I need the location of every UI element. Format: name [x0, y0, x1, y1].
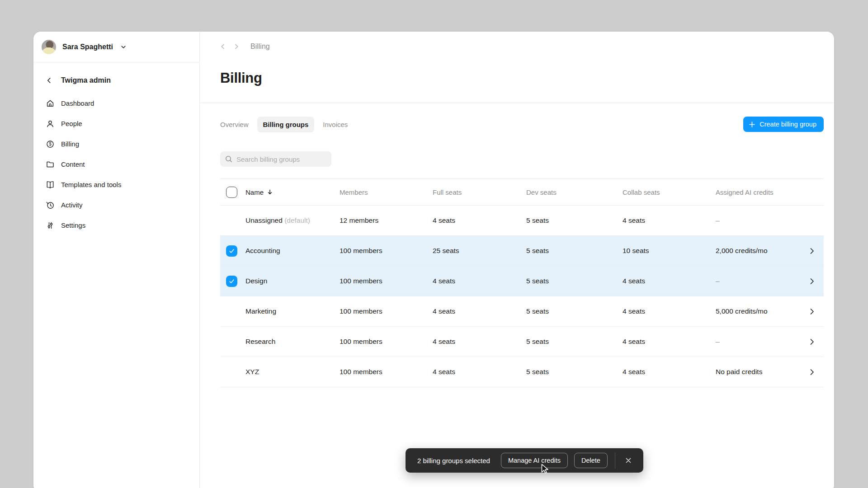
sidebar-item-content[interactable]: Content: [33, 154, 199, 174]
column-header-members[interactable]: Members: [340, 188, 433, 196]
sidebar-item-people[interactable]: People: [33, 113, 199, 134]
toast-divider: [615, 452, 615, 469]
cell-members: 100 members: [340, 338, 433, 346]
row-checkbox[interactable]: [226, 245, 237, 257]
toast-message: 2 billing groups selected: [417, 457, 490, 465]
chevron-left-icon: [219, 42, 227, 51]
table-row-research[interactable]: Research100 members4 seats5 seats4 seats…: [220, 327, 824, 357]
sidebar-item-templates-and-tools[interactable]: Templates and tools: [33, 174, 199, 195]
search-input[interactable]: [236, 155, 327, 163]
breadcrumb-forward-button[interactable]: [230, 40, 243, 53]
chevron-right-icon: [800, 247, 824, 255]
page-header: Billing: [200, 61, 834, 103]
cell-members: 100 members: [340, 247, 433, 255]
cell-dev-seats: 5 seats: [526, 338, 623, 346]
user-menu[interactable]: Sara Spaghetti: [33, 32, 199, 62]
cell-name: Research: [245, 338, 340, 346]
workspace-header: Twigma admin: [46, 72, 199, 89]
cell-members: 12 members: [340, 216, 433, 225]
group-name: Unassigned: [245, 216, 283, 224]
sliders-icon: [45, 221, 55, 230]
column-header-dev-seats[interactable]: Dev seats: [526, 188, 623, 196]
admin-console-window: Sara Spaghetti Twigma admin DashboardPeo…: [33, 32, 834, 488]
cell-name: Design: [245, 277, 340, 285]
cell-collab-seats: 4 seats: [623, 216, 716, 225]
group-name: Research: [245, 338, 275, 345]
create-billing-group-button[interactable]: Create billing group: [743, 117, 824, 132]
select-all-checkbox[interactable]: [226, 187, 237, 198]
sidebar-item-label: Billing: [61, 140, 79, 148]
cell-assigned-ai-credits: 2,000 credits/mo: [716, 247, 800, 255]
page-title: Billing: [220, 70, 814, 86]
cell-assigned-ai-credits: No paid credits: [716, 368, 800, 376]
toast-close-button[interactable]: [621, 453, 636, 468]
chevron-right-icon: [800, 368, 824, 376]
cell-name: Unassigned (default): [245, 216, 340, 225]
avatar: [42, 40, 56, 54]
book-icon: [45, 180, 55, 189]
cell-name: Marketing: [245, 307, 340, 315]
sidebar-item-label: Templates and tools: [61, 181, 121, 188]
cell-dev-seats: 5 seats: [526, 216, 623, 225]
history-icon: [45, 200, 55, 210]
group-name: XYZ: [245, 368, 259, 375]
tab-billing-groups[interactable]: Billing groups: [257, 117, 315, 132]
table-row-xyz[interactable]: XYZ100 members4 seats5 seats4 seatsNo pa…: [220, 357, 824, 387]
group-name: Design: [245, 277, 267, 285]
cell-collab-seats: 4 seats: [623, 277, 716, 285]
sidebar-item-label: Settings: [61, 221, 85, 229]
cell-dev-seats: 5 seats: [526, 277, 623, 285]
toast-action-manage-ai-credits[interactable]: Manage AI credits: [501, 453, 568, 468]
cell-dev-seats: 5 seats: [526, 307, 623, 315]
workspace-title: Twigma admin: [61, 76, 111, 84]
sort-desc-icon: [267, 189, 273, 195]
sidebar-item-dashboard[interactable]: Dashboard: [33, 93, 199, 113]
cell-name: Accounting: [245, 247, 340, 255]
breadcrumb-back-button[interactable]: [216, 40, 230, 53]
column-header-assigned-ai-credits[interactable]: Assigned AI credits: [716, 188, 800, 196]
group-default-badge: (default): [283, 216, 310, 224]
column-header-name[interactable]: Name: [245, 188, 340, 196]
breadcrumb: Billing: [200, 32, 834, 61]
cell-dev-seats: 5 seats: [526, 247, 623, 255]
dollar-circle-icon: $: [45, 139, 55, 149]
row-checkbox[interactable]: [226, 276, 237, 287]
table-row-unassigned[interactable]: Unassigned (default)12 members4 seats5 s…: [220, 206, 824, 236]
folder-icon: [45, 160, 55, 169]
tab-overview[interactable]: Overview: [214, 117, 255, 132]
sidebar-nav: DashboardPeople$BillingContentTemplates …: [33, 89, 199, 235]
cell-assigned-ai-credits: –: [716, 277, 800, 285]
chevron-right-icon: [800, 277, 824, 285]
tab-invoices[interactable]: Invoices: [317, 117, 354, 132]
cell-members: 100 members: [340, 368, 433, 376]
main-content: Billing Billing OverviewBilling groupsIn…: [200, 32, 834, 488]
cell-collab-seats: 4 seats: [623, 338, 716, 346]
breadcrumb-page-label: Billing: [250, 42, 270, 51]
chevron-right-icon: [800, 307, 824, 315]
sidebar-item-settings[interactable]: Settings: [33, 215, 199, 235]
column-header-collab-seats[interactable]: Collab seats: [623, 188, 716, 196]
cell-full-seats: 4 seats: [433, 277, 526, 285]
chevron-right-icon: [800, 338, 824, 346]
cell-full-seats: 25 seats: [433, 247, 526, 255]
search-box: [220, 151, 331, 167]
chevron-down-icon: [120, 44, 127, 50]
column-header-full-seats[interactable]: Full seats: [433, 188, 526, 196]
table-row-design[interactable]: Design100 members4 seats5 seats4 seats–: [220, 266, 824, 296]
cell-dev-seats: 5 seats: [526, 368, 623, 376]
person-icon: [45, 119, 55, 128]
toast-action-delete[interactable]: Delete: [574, 453, 608, 468]
cell-name: XYZ: [245, 368, 340, 376]
back-button[interactable]: [46, 77, 53, 84]
cell-full-seats: 4 seats: [433, 368, 526, 376]
cell-assigned-ai-credits: –: [716, 216, 800, 225]
sidebar-item-activity[interactable]: Activity: [33, 195, 199, 215]
cell-assigned-ai-credits: –: [716, 338, 800, 346]
sidebar-item-billing[interactable]: $Billing: [33, 134, 199, 154]
chevron-left-icon: [46, 77, 53, 84]
tab-bar: OverviewBilling groupsInvoices: [214, 117, 354, 132]
selection-toast: 2 billing groups selected Manage AI cred…: [406, 448, 643, 473]
table-row-marketing[interactable]: Marketing100 members4 seats5 seats4 seat…: [220, 296, 824, 327]
cell-full-seats: 4 seats: [433, 338, 526, 346]
table-row-accounting[interactable]: Accounting100 members25 seats5 seats10 s…: [220, 236, 824, 266]
